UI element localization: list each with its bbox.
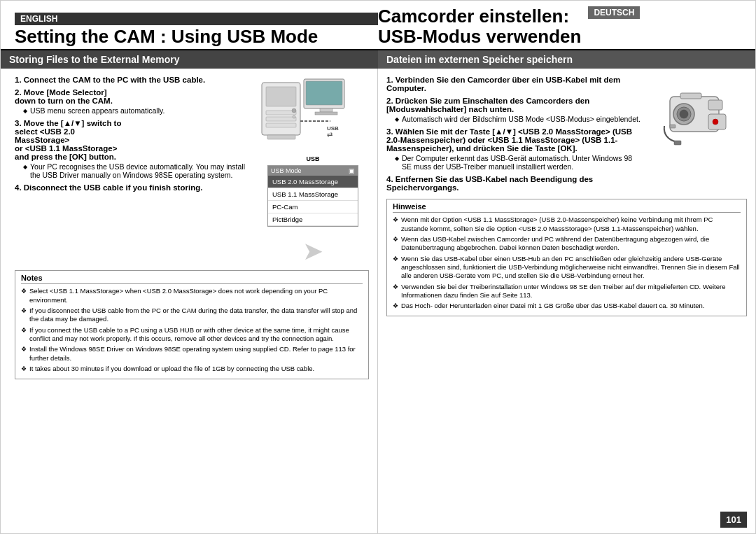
usb-menu-title: USB Mode ▣ <box>268 166 358 176</box>
usb-menu-item-0: USB 2.0 MassStorage <box>268 176 358 188</box>
note-item-4: It takes about 30 minutes if you downloa… <box>21 365 363 374</box>
svg-rect-23 <box>670 125 676 128</box>
step-de-2-title: 2. Drücken Sie zum Einschalten des Camco… <box>386 97 643 113</box>
step-en-2-title: 2. Move [Mode Selector]down to turn on t… <box>15 88 251 105</box>
step-de-4-title: 4. Entfernen Sie das USB-Kabel nach Been… <box>386 175 643 192</box>
step-de-3: 3. Wählen Sie mit der Taste [▲/▼] <USB 2… <box>386 127 643 171</box>
header: ENGLISH Setting the CAM : Using USB Mode… <box>1 1 755 50</box>
main-title-de-line1: Camcorder einstellen: <box>378 6 569 27</box>
steps-col-en: 1. Connect the CAM to the PC with the US… <box>15 76 251 266</box>
content-left: 1. Connect the CAM to the PC with the US… <box>1 69 378 533</box>
page: ENGLISH Setting the CAM : Using USB Mode… <box>0 0 756 534</box>
svg-rect-10 <box>320 108 332 112</box>
page-num-container: 101 <box>386 507 747 528</box>
main-title-de-line2: USB-Modus verwenden <box>378 26 581 47</box>
step-de-3-title: 3. Wählen Sie mit der Taste [▲/▼] <USB 2… <box>386 127 643 153</box>
lang-badge-en: ENGLISH <box>15 13 378 25</box>
hinweis-item-4: Das Hoch- oder Herunterladen einer Datei… <box>393 302 741 311</box>
title-de-block: Camcorder einstellen: USB-Modus verwende… <box>378 6 581 46</box>
hinweise-title: Hinweise <box>393 202 741 213</box>
step-de-3-bullet-1: Der Computer erkennt das USB-Gerät autom… <box>395 154 643 171</box>
steps-and-image-de: 1. Verbinden Sie den Camcorder über ein … <box>386 76 747 196</box>
svg-rect-24 <box>674 141 681 145</box>
svg-rect-7 <box>267 135 295 139</box>
svg-text:⇄: ⇄ <box>327 131 332 139</box>
svg-rect-19 <box>708 100 722 110</box>
step-en-1: 1. Connect the CAM to the PC with the US… <box>15 76 251 84</box>
notes-title: Notes <box>21 274 363 284</box>
hinweis-item-2: Wenn Sie das USB-Kabel über einen USB-Hu… <box>393 255 741 281</box>
step-de-4: 4. Entfernen Sie das USB-Kabel nach Been… <box>386 175 643 192</box>
right-image-col <box>649 76 747 196</box>
step-en-4: 4. Disconnect the USB cable if you finis… <box>15 183 251 192</box>
section-bar-right: Dateien im externen Speicher speichern <box>378 50 755 69</box>
hinweise-section: Hinweise Wenn mit der Option <USB 1.1 Ma… <box>386 199 747 316</box>
svg-point-6 <box>293 115 295 118</box>
notes-section: Notes Select <USB 1.1 MassStorage> when … <box>15 270 369 379</box>
svg-rect-4 <box>266 123 296 127</box>
main-content: 1. Connect the CAM to the PC with the US… <box>1 69 755 533</box>
step-de-2: 2. Drücken Sie zum Einschalten des Camco… <box>386 97 643 123</box>
svg-rect-9 <box>306 81 342 105</box>
hinweis-item-3: Verwenden Sie bei der Treiberinstallatio… <box>393 283 741 300</box>
step-en-1-title: 1. Connect the CAM to the PC with the US… <box>15 76 251 84</box>
header-right: Camcorder einstellen: USB-Modus verwende… <box>378 6 741 46</box>
step-en-2-bullet-1: USB menu screen appears automatically. <box>23 106 251 115</box>
svg-rect-3 <box>266 117 296 121</box>
note-item-1: If you disconnect the USB cable from the… <box>21 307 363 324</box>
usb-menu-item-2: PC-Cam <box>268 201 358 213</box>
svg-point-21 <box>713 119 718 125</box>
usb-menu-item-1: USB 1.1 MassStorage <box>268 188 358 201</box>
svg-rect-11 <box>315 112 337 115</box>
hinweis-item-0: Wenn mit der Option <USB 1.1 MassStorage… <box>393 216 741 233</box>
usb-device-illustration: USB ⇄ <box>260 76 365 153</box>
step-en-3-bullet-1: Your PC recognises the USB device automa… <box>23 162 251 179</box>
section-bar: Storing Files to the External Memory Dat… <box>1 50 755 69</box>
note-item-2: If you connect the USB cable to a PC usi… <box>21 326 363 344</box>
step-de-2-bullet-1: Automatisch wird der Bildschirm USB Mode… <box>395 115 643 123</box>
steps-col-de: 1. Verbinden Sie den Camcorder über ein … <box>386 76 643 196</box>
step-en-2: 2. Move [Mode Selector]down to turn on t… <box>15 88 251 115</box>
svg-point-18 <box>680 110 688 118</box>
step-en-3-title: 3. Move the [▲/▼] switch to select <USB … <box>15 119 251 161</box>
main-title-en: Setting the CAM : Using USB Mode <box>15 27 378 47</box>
right-arrow: ➤ <box>302 237 323 266</box>
section-bar-left: Storing Files to the External Memory <box>1 50 378 69</box>
svg-rect-22 <box>680 93 701 99</box>
page-number: 101 <box>720 512 747 528</box>
content-right: 1. Verbinden Sie den Camcorder über ein … <box>378 69 755 533</box>
note-item-3: Install the Windows 98SE Driver on Windo… <box>21 345 363 363</box>
step-de-1-title: 1. Verbinden Sie den Camcorder über ein … <box>386 76 643 92</box>
step-de-1: 1. Verbinden Sie den Camcorder über ein … <box>386 76 643 92</box>
svg-rect-1 <box>266 87 296 106</box>
usb-label: USB <box>306 155 319 162</box>
step-en-3: 3. Move the [▲/▼] switch to select <USB … <box>15 119 251 179</box>
svg-point-5 <box>292 108 296 113</box>
steps-and-image: 1. Connect the CAM to the PC with the US… <box>15 76 369 266</box>
usb-menu-item-3: PictBridge <box>268 213 358 226</box>
header-right-inner: Camcorder einstellen: USB-Modus verwende… <box>378 6 741 46</box>
note-item-0: Select <USB 1.1 MassStorage> when <USB 2… <box>21 287 363 304</box>
camcorder-illustration <box>656 76 740 160</box>
svg-rect-2 <box>266 111 296 115</box>
header-left: ENGLISH Setting the CAM : Using USB Mode <box>15 13 378 47</box>
usb-menu-screenshot: USB Mode ▣ USB 2.0 MassStorage USB 1.1 M… <box>267 165 358 227</box>
step-en-4-title: 4. Disconnect the USB cable if you finis… <box>15 183 251 192</box>
lang-badge-de: DEUTSCH <box>588 6 640 19</box>
hinweis-item-1: Wenn das USB-Kabel zwischen Camcorder un… <box>393 235 741 253</box>
image-col: USB ⇄ USB USB Mode ▣ USB 2.0 MassStorage <box>257 76 369 266</box>
